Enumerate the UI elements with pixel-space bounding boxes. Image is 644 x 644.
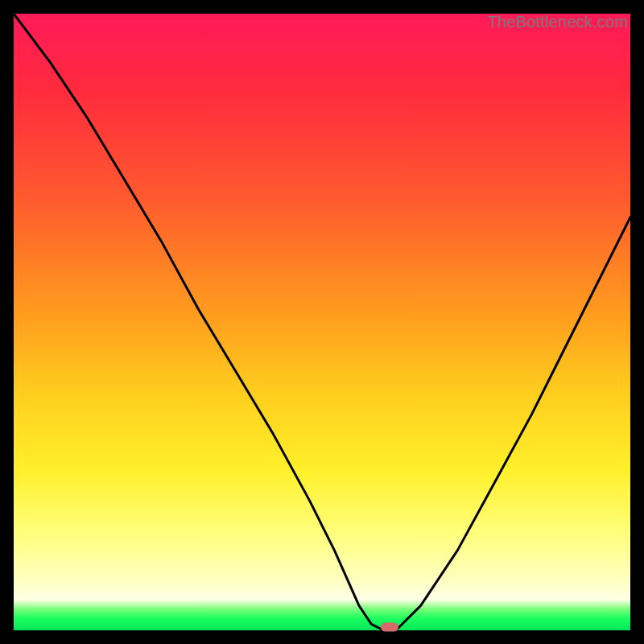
chart-frame: TheBottleneck.com <box>0 0 644 644</box>
bottleneck-curve <box>14 14 630 630</box>
plot-area: TheBottleneck.com <box>14 14 630 630</box>
optimal-marker <box>381 623 398 632</box>
